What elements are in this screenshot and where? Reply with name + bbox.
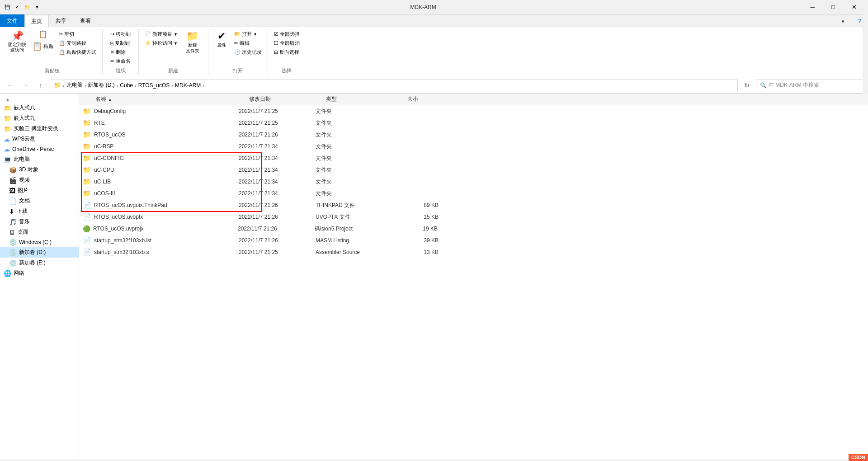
quick-dropdown-icon[interactable]: ▼ bbox=[33, 4, 41, 11]
move-to-button[interactable]: ↪ 移动到 bbox=[108, 30, 133, 38]
header-type[interactable]: 类型 bbox=[326, 95, 407, 103]
tab-file[interactable]: 文件 bbox=[0, 14, 24, 27]
tab-view[interactable]: 查看 bbox=[73, 14, 98, 27]
sidebar-item-3d[interactable]: 📦 3D 对象 bbox=[0, 165, 79, 175]
titlebar-quick-access: 💾 ✔ 📁 ▼ bbox=[4, 4, 41, 11]
sidebar-item-windows-c[interactable]: 💿 Windows (C:) bbox=[0, 237, 79, 247]
header-size[interactable]: 大小 bbox=[407, 95, 453, 103]
file-row-uvprojx[interactable]: 🟢 RTOS_ucOS.uvprojx 2022/11/7 21:26 碼isi… bbox=[79, 223, 868, 235]
path-mdk[interactable]: MDK-ARM bbox=[175, 82, 201, 89]
file-size-uvguix: 89 KB bbox=[397, 202, 442, 208]
quick-folder-icon[interactable]: 📁 bbox=[24, 4, 31, 11]
tab-share[interactable]: 共享 bbox=[49, 14, 73, 27]
easy-access-button[interactable]: ⚡ 轻松访问 ▼ bbox=[142, 39, 180, 47]
sidebar-item-docs[interactable]: 📄 文档 bbox=[0, 196, 79, 206]
sidebar-item-desktop[interactable]: 🖥 桌面 bbox=[0, 227, 79, 237]
file-date-uvguix: 2022/11/7 21:26 bbox=[239, 202, 316, 208]
file-row-lst[interactable]: 📄 startup_stm32f103xb.lst 2022/11/7 21:2… bbox=[79, 235, 868, 246]
path-d[interactable]: 新加卷 (D:) bbox=[88, 81, 114, 89]
file-type-uvoptx: UVOPTX 文件 bbox=[316, 213, 397, 221]
addressbar: ← → ↑ 📁 › 此电脑 › 新加卷 (D:) › Cube › RTOS_u… bbox=[0, 77, 868, 94]
network-icon: 🌐 bbox=[4, 270, 11, 277]
music-icon: 🎵 bbox=[9, 218, 17, 226]
sidebar-item-music[interactable]: 🎵 音乐 bbox=[0, 216, 79, 227]
invert-select-button[interactable]: ⊟ 反向选择 bbox=[272, 48, 302, 56]
sidebar-item-downloads[interactable]: ⬇ 下载 bbox=[0, 206, 79, 216]
path-cube[interactable]: Cube bbox=[120, 82, 133, 89]
sidebar-item-exp3[interactable]: 📁 实验三 傅里叶变换 bbox=[0, 123, 79, 134]
file-area: 名称 ▲ 修改日期 类型 大小 📁 DebugConfig 2022/11/7 … bbox=[79, 94, 868, 460]
maximize-button[interactable]: □ bbox=[823, 0, 844, 14]
header-date[interactable]: 修改日期 bbox=[249, 95, 326, 103]
sidebar-item-pictures[interactable]: 🖼 图片 bbox=[0, 185, 79, 196]
address-path[interactable]: 📁 › 此电脑 › 新加卷 (D:) › Cube › RTOS_ucOS › … bbox=[50, 80, 738, 91]
sidebar-item-drive-e[interactable]: 💿 新加卷 (E:) bbox=[0, 258, 79, 268]
tab-home[interactable]: 主页 bbox=[24, 15, 49, 28]
select-all-icon: ☑ bbox=[274, 31, 278, 37]
sidebar-collapse-btn[interactable]: ▲ bbox=[5, 97, 10, 102]
sidebar-item-wps[interactable]: ☁ WPS云盘 bbox=[0, 134, 79, 144]
path-pc[interactable]: 此电脑 bbox=[66, 81, 83, 89]
refresh-button[interactable]: ↻ bbox=[741, 79, 753, 92]
sidebar: ▲ 📁 嵌入式八 📁 嵌入式九 📁 实验三 傅里叶变换 ☁ WPS云盘 ☁ On… bbox=[0, 94, 79, 460]
window-title: MDK-ARM bbox=[44, 4, 802, 10]
history-button[interactable]: 🕐 历史记录 bbox=[232, 48, 264, 56]
sidebar-item-video[interactable]: 🎬 视频 bbox=[0, 175, 79, 185]
open-button[interactable]: 📂 打开 ▼ bbox=[232, 30, 264, 38]
file-row-uc-cpu[interactable]: 📁 uC-CPU 2022/11/7 21:34 文件夹 bbox=[79, 164, 868, 176]
quick-save-icon[interactable]: 💾 bbox=[4, 4, 11, 11]
file-row-ucos-iii[interactable]: 📁 uCOS-III 2022/11/7 21:34 文件夹 bbox=[79, 188, 868, 199]
properties-button[interactable]: ✔ 属性 bbox=[212, 30, 231, 49]
ribbon-collapse-btn[interactable]: ∧ bbox=[835, 14, 851, 27]
copy-path-button[interactable]: 📋 复制路径 bbox=[57, 39, 99, 47]
rename-button[interactable]: ✏ 重命名 bbox=[108, 57, 133, 66]
file-name-s: startup_stm32f103xb.s bbox=[94, 249, 239, 255]
file-type-s: Assembler Source bbox=[316, 249, 397, 255]
group-organize: ↪ 移动到 ⎘ 复制到 ✕ 删除 ✏ 重命名 组织 bbox=[103, 29, 139, 75]
search-box[interactable]: 🔍 在 MDK-ARM 中搜索 bbox=[756, 80, 864, 91]
file-icon-s: 📄 bbox=[83, 248, 91, 256]
forward-button[interactable]: → bbox=[19, 79, 32, 92]
back-button[interactable]: ← bbox=[4, 79, 16, 92]
paste-shortcut-button[interactable]: 📋 粘贴快捷方式 bbox=[57, 48, 99, 56]
sidebar-item-embedded8[interactable]: 📁 嵌入式八 bbox=[0, 103, 79, 113]
up-button[interactable]: ↑ bbox=[34, 79, 47, 92]
edit-button[interactable]: ✏ 编辑 bbox=[232, 39, 264, 47]
folder-icon-8: 📁 bbox=[4, 104, 11, 112]
delete-button[interactable]: ✕ 删除 bbox=[108, 48, 133, 56]
file-date-s: 2022/11/7 21:25 bbox=[239, 249, 316, 255]
cut-button[interactable]: ✂ 剪切 bbox=[57, 30, 99, 38]
file-row-debugconfig[interactable]: 📁 DebugConfig 2022/11/7 21:25 文件夹 bbox=[79, 105, 868, 117]
file-row-uc-lib[interactable]: 📁 uC-LIB 2022/11/7 21:34 文件夹 bbox=[79, 176, 868, 188]
path-rtos[interactable]: RTOS_ucOS bbox=[138, 82, 170, 89]
paste-button[interactable]: 📋 粘贴 bbox=[30, 40, 56, 52]
file-type-uc-config: 文件夹 bbox=[316, 155, 397, 162]
minimize-button[interactable]: ─ bbox=[802, 0, 823, 14]
sidebar-item-drive-d[interactable]: 💿 新加卷 (D:) bbox=[0, 247, 79, 258]
sidebar-item-embedded9[interactable]: 📁 嵌入式九 bbox=[0, 113, 79, 123]
file-row-uc-config[interactable]: 📁 uC-CONFIG 2022/11/7 21:34 文件夹 bbox=[79, 152, 868, 164]
sidebar-item-thispc[interactable]: 💻 此电脑 bbox=[0, 154, 79, 165]
file-row-uvguix[interactable]: 📄 RTOS_ucOS.uvguix.ThinkPad 2022/11/7 21… bbox=[79, 199, 868, 211]
clipboard-col: ✂ 剪切 📋 复制路径 📋 粘贴快捷方式 bbox=[57, 30, 99, 56]
new-folder-button[interactable]: 📁 新建 文件夹 bbox=[181, 30, 204, 55]
copy-button[interactable]: 📋 bbox=[30, 30, 56, 40]
file-row-rtos-ucos[interactable]: 📁 RTOS_ucOS 2022/11/7 21:26 文件夹 bbox=[79, 129, 868, 141]
file-row-s[interactable]: 📄 startup_stm32f103xb.s 2022/11/7 21:25 … bbox=[79, 246, 868, 258]
sidebar-item-network[interactable]: 🌐 网络 bbox=[0, 268, 79, 278]
file-type-rtos-ucos: 文件夹 bbox=[316, 131, 397, 139]
file-row-uc-bsp[interactable]: 📁 uC-BSP 2022/11/7 21:34 文件夹 bbox=[79, 141, 868, 152]
header-name[interactable]: 名称 ▲ bbox=[95, 95, 249, 103]
pin-to-access-button[interactable]: 📌 固定到快 速访问 bbox=[5, 30, 29, 54]
copy-to-button[interactable]: ⎘ 复制到 bbox=[108, 39, 133, 47]
folder-icon-9: 📁 bbox=[4, 115, 11, 122]
deselect-button[interactable]: ☐ 全部取消 bbox=[272, 39, 302, 47]
sidebar-item-onedrive[interactable]: ☁ OneDrive - Persc bbox=[0, 144, 79, 154]
file-row-rte[interactable]: 📁 RTE 2022/11/7 21:25 文件夹 bbox=[79, 117, 868, 129]
organize-col: ↪ 移动到 ⎘ 复制到 ✕ 删除 ✏ 重命名 bbox=[108, 30, 133, 66]
select-all-button[interactable]: ☑ 全部选择 bbox=[272, 30, 302, 38]
new-item-button[interactable]: 📄 新建项目 ▼ bbox=[142, 30, 180, 38]
close-button[interactable]: ✕ bbox=[844, 0, 864, 14]
file-row-uvoptx[interactable]: 📄 RTOS_ucOS.uvoptx 2022/11/7 21:26 UVOPT… bbox=[79, 211, 868, 223]
quick-check-icon[interactable]: ✔ bbox=[14, 4, 21, 11]
